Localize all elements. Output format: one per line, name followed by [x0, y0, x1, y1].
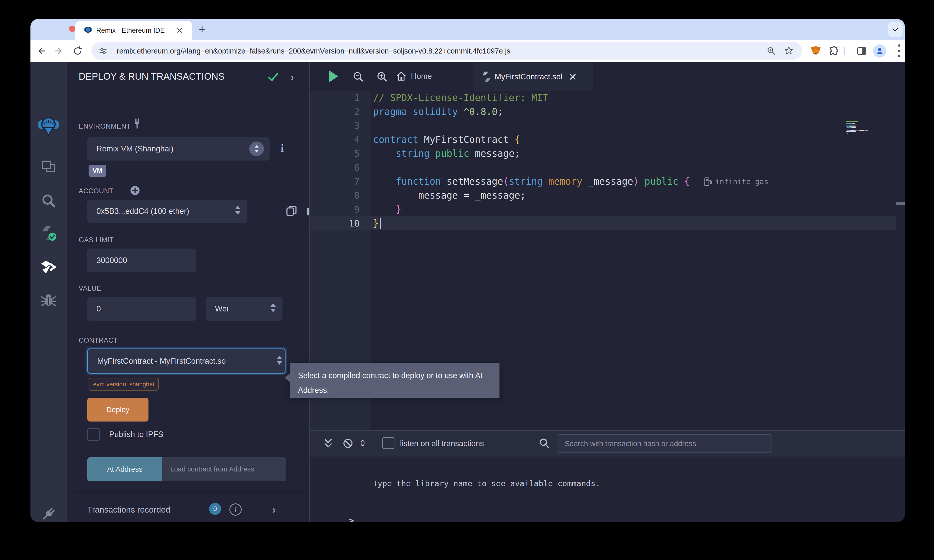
- deploy-button[interactable]: Deploy: [87, 398, 148, 422]
- code-row[interactable]: 10}: [310, 216, 895, 230]
- environment-select[interactable]: Remix VM (Shanghai): [87, 137, 270, 160]
- minimap-line: [855, 127, 856, 128]
- publish-ipfs-label: Publish to IPFS: [109, 430, 163, 439]
- code-row[interactable]: 5 string public message;: [310, 146, 905, 160]
- extensions-button[interactable]: [826, 40, 842, 62]
- code-row[interactable]: 7 function setMessage(string memory _mes…: [310, 174, 905, 188]
- code-row[interactable]: 2pragma solidity ^0.8.0;: [310, 105, 905, 119]
- solidity-compiler-icon: [40, 225, 57, 241]
- site-settings-icon[interactable]: [99, 46, 108, 55]
- zoom-out-icon[interactable]: [352, 71, 364, 82]
- sidebar-item-deploy-run[interactable]: [31, 253, 66, 281]
- account-stepper[interactable]: [235, 206, 240, 215]
- contract-stepper[interactable]: [277, 356, 282, 365]
- code-row[interactable]: 1// SPDX-License-Identifier: MIT: [310, 91, 905, 105]
- code-row[interactable]: 6: [310, 160, 905, 174]
- code-row[interactable]: 4contract MyFirstContract {: [310, 133, 905, 146]
- copy-account-icon[interactable]: [285, 204, 299, 218]
- new-tab-button[interactable]: +: [196, 24, 208, 36]
- minimap-line: [851, 130, 855, 131]
- minimap-line: [846, 134, 846, 135]
- value-unit-stepper[interactable]: [270, 303, 276, 312]
- collapse-terminal-icon[interactable]: [323, 438, 333, 449]
- plug-small-icon[interactable]: [131, 117, 143, 130]
- avatar: [873, 45, 886, 58]
- remix-logo[interactable]: [31, 112, 66, 140]
- minimap-line: [865, 130, 867, 131]
- transactions-expand-chevron[interactable]: ›: [272, 506, 276, 514]
- terminal-search-input[interactable]: [558, 435, 778, 452]
- code-text: string public message;: [373, 146, 520, 160]
- sidebar-item-search[interactable]: [31, 187, 66, 215]
- code-row[interactable]: 8 message = _message;: [310, 188, 905, 202]
- reload-button[interactable]: [70, 40, 85, 62]
- up-down-arrows-icon: [253, 145, 260, 153]
- sidebar-item-solidity-compiler[interactable]: [31, 219, 66, 247]
- sidebar-item-debugger[interactable]: [31, 286, 66, 314]
- side-panel-button[interactable]: [854, 40, 869, 62]
- value-unit: Wei: [206, 305, 228, 314]
- tab-myfirstcontract[interactable]: MyFirstContract.sol: [473, 63, 593, 91]
- remix-app: DEPLOY & RUN TRANSACTIONS › ENVIRONMENT …: [31, 62, 905, 522]
- minimap-line: [855, 130, 857, 131]
- code-text: contract MyFirstContract {: [373, 133, 520, 146]
- minimap-line: [852, 123, 854, 124]
- forward-button[interactable]: [52, 40, 67, 62]
- minimap-line: [846, 126, 849, 126]
- environment-info-icon[interactable]: i: [281, 142, 284, 155]
- add-account-icon[interactable]: [129, 185, 140, 196]
- minimap-line: [858, 130, 860, 131]
- gas-estimate-annotation: infinite gas: [704, 174, 769, 188]
- tab-close-icon[interactable]: [569, 73, 576, 81]
- profile-button[interactable]: [872, 40, 887, 62]
- at-address-button[interactable]: At Address: [87, 457, 162, 482]
- terminal-output[interactable]: Type the library name to see available c…: [310, 457, 905, 522]
- panel-title: DEPLOY & RUN TRANSACTIONS: [79, 71, 224, 82]
- line-number: 10: [310, 216, 360, 230]
- browser-tab[interactable]: Remix - Ethereum IDE: [76, 21, 192, 40]
- editor-area: Home MyFirstContract.sol 1// SPDX-Licens…: [309, 62, 905, 522]
- account-select[interactable]: 0x5B3...eddC4 (100 ether): [87, 200, 247, 223]
- contract-select[interactable]: MyFirstContract - MyFirstContract.so: [87, 348, 285, 374]
- plug-icon: [40, 506, 57, 522]
- minimap-line: [852, 127, 855, 128]
- terminal-toolbar: 0 listen on all transactions: [310, 431, 905, 457]
- publish-ipfs-checkbox[interactable]: [87, 428, 100, 441]
- code-row[interactable]: 3: [310, 119, 905, 133]
- url-text[interactable]: remix.ethereum.org/#lang=en&optimize=fal…: [117, 47, 510, 55]
- gas-limit-input[interactable]: [87, 256, 196, 265]
- bookmark-star-icon[interactable]: [784, 46, 794, 56]
- zoom-in-icon[interactable]: [376, 71, 388, 82]
- back-button[interactable]: [34, 40, 49, 62]
- minimap-line: [852, 131, 856, 132]
- browser-menu-button[interactable]: [891, 40, 905, 62]
- editor-scrollbar-marker[interactable]: [895, 202, 905, 205]
- toolbar-divider: [844, 47, 845, 55]
- minimap-line: [850, 127, 852, 128]
- run-script-play-icon[interactable]: [327, 69, 340, 83]
- tab-home[interactable]: Home: [396, 62, 432, 91]
- close-window-button[interactable]: [69, 26, 76, 32]
- tab-close-icon[interactable]: [176, 27, 183, 34]
- code-row[interactable]: 9 }: [310, 202, 905, 216]
- terminal-prompt: >: [349, 515, 354, 522]
- listen-transactions-checkbox[interactable]: [382, 437, 395, 449]
- metamask-extension-button[interactable]: [808, 40, 823, 62]
- value-unit-select[interactable]: Wei: [206, 297, 282, 321]
- zoom-icon[interactable]: [766, 46, 776, 56]
- environment-label: ENVIRONMENT: [79, 123, 131, 130]
- at-address-input[interactable]: [162, 457, 294, 482]
- value-input[interactable]: [87, 305, 196, 314]
- sidebar-item-file-explorer[interactable]: [31, 152, 66, 180]
- transactions-info-icon[interactable]: i: [230, 503, 242, 515]
- clear-console-icon[interactable]: [342, 437, 354, 449]
- sidebar-item-plugin-manager[interactable]: [31, 500, 66, 522]
- address-bar[interactable]: remix.ethereum.org/#lang=en&optimize=fal…: [91, 42, 802, 60]
- panel-collapse-chevron[interactable]: ›: [290, 73, 294, 81]
- line-number: 8: [310, 188, 360, 202]
- transactions-count-badge: 0: [209, 503, 221, 515]
- tab-search-button[interactable]: [888, 22, 903, 37]
- environment-stepper[interactable]: [249, 142, 264, 156]
- evm-version-badge: evm version: shanghai: [89, 378, 159, 391]
- minimap[interactable]: [846, 121, 895, 459]
